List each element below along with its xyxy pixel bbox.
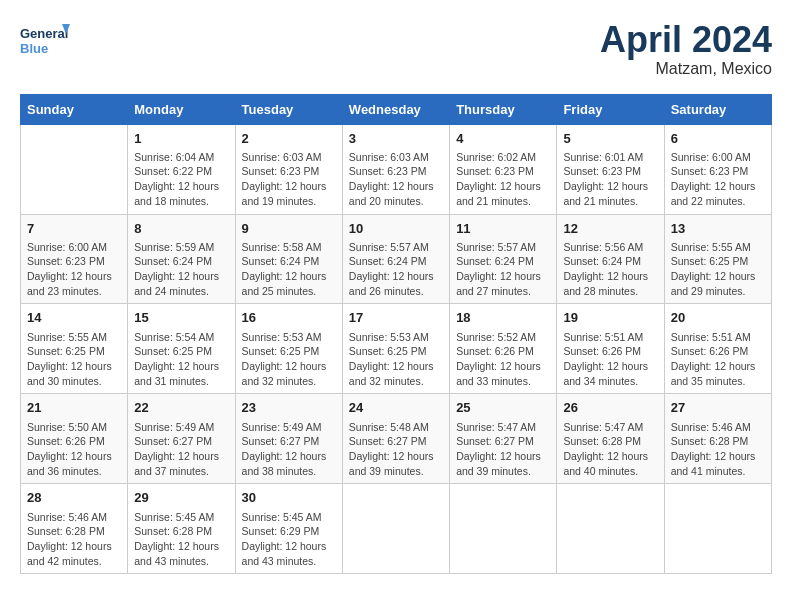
- cell-w1-d5: 5Sunrise: 6:01 AM Sunset: 6:23 PM Daylig…: [557, 124, 664, 214]
- day-info: Sunrise: 6:04 AM Sunset: 6:22 PM Dayligh…: [134, 150, 228, 209]
- cell-w1-d4: 4Sunrise: 6:02 AM Sunset: 6:23 PM Daylig…: [450, 124, 557, 214]
- day-number: 5: [563, 130, 657, 148]
- day-info: Sunrise: 5:47 AM Sunset: 6:27 PM Dayligh…: [456, 420, 550, 479]
- day-info: Sunrise: 6:02 AM Sunset: 6:23 PM Dayligh…: [456, 150, 550, 209]
- cell-w3-d5: 19Sunrise: 5:51 AM Sunset: 6:26 PM Dayli…: [557, 304, 664, 394]
- title-block: April 2024 Matzam, Mexico: [600, 20, 772, 78]
- day-number: 20: [671, 309, 765, 327]
- cell-w3-d3: 17Sunrise: 5:53 AM Sunset: 6:25 PM Dayli…: [342, 304, 449, 394]
- cell-w5-d1: 29Sunrise: 5:45 AM Sunset: 6:28 PM Dayli…: [128, 484, 235, 574]
- col-header-tuesday: Tuesday: [235, 94, 342, 124]
- day-number: 4: [456, 130, 550, 148]
- day-info: Sunrise: 5:51 AM Sunset: 6:26 PM Dayligh…: [563, 330, 657, 389]
- day-info: Sunrise: 5:45 AM Sunset: 6:29 PM Dayligh…: [242, 510, 336, 569]
- day-number: 11: [456, 220, 550, 238]
- day-info: Sunrise: 5:50 AM Sunset: 6:26 PM Dayligh…: [27, 420, 121, 479]
- cell-w5-d5: [557, 484, 664, 574]
- day-info: Sunrise: 5:53 AM Sunset: 6:25 PM Dayligh…: [349, 330, 443, 389]
- day-number: 22: [134, 399, 228, 417]
- col-header-friday: Friday: [557, 94, 664, 124]
- day-number: 27: [671, 399, 765, 417]
- day-number: 23: [242, 399, 336, 417]
- cell-w5-d0: 28Sunrise: 5:46 AM Sunset: 6:28 PM Dayli…: [21, 484, 128, 574]
- day-number: 18: [456, 309, 550, 327]
- page-header: General Blue April 2024 Matzam, Mexico: [20, 20, 772, 78]
- cell-w4-d1: 22Sunrise: 5:49 AM Sunset: 6:27 PM Dayli…: [128, 394, 235, 484]
- logo: General Blue: [20, 20, 70, 64]
- day-info: Sunrise: 6:00 AM Sunset: 6:23 PM Dayligh…: [671, 150, 765, 209]
- calendar-table: SundayMondayTuesdayWednesdayThursdayFrid…: [20, 94, 772, 575]
- cell-w4-d4: 25Sunrise: 5:47 AM Sunset: 6:27 PM Dayli…: [450, 394, 557, 484]
- logo-svg: General Blue: [20, 20, 70, 64]
- day-number: 3: [349, 130, 443, 148]
- day-number: 21: [27, 399, 121, 417]
- day-number: 6: [671, 130, 765, 148]
- cell-w1-d1: 1Sunrise: 6:04 AM Sunset: 6:22 PM Daylig…: [128, 124, 235, 214]
- month-title: April 2024: [600, 20, 772, 60]
- day-info: Sunrise: 5:53 AM Sunset: 6:25 PM Dayligh…: [242, 330, 336, 389]
- day-info: Sunrise: 5:59 AM Sunset: 6:24 PM Dayligh…: [134, 240, 228, 299]
- cell-w2-d1: 8Sunrise: 5:59 AM Sunset: 6:24 PM Daylig…: [128, 214, 235, 304]
- day-number: 28: [27, 489, 121, 507]
- day-number: 29: [134, 489, 228, 507]
- day-info: Sunrise: 6:00 AM Sunset: 6:23 PM Dayligh…: [27, 240, 121, 299]
- cell-w4-d3: 24Sunrise: 5:48 AM Sunset: 6:27 PM Dayli…: [342, 394, 449, 484]
- cell-w3-d6: 20Sunrise: 5:51 AM Sunset: 6:26 PM Dayli…: [664, 304, 771, 394]
- cell-w1-d2: 2Sunrise: 6:03 AM Sunset: 6:23 PM Daylig…: [235, 124, 342, 214]
- col-header-monday: Monday: [128, 94, 235, 124]
- cell-w3-d2: 16Sunrise: 5:53 AM Sunset: 6:25 PM Dayli…: [235, 304, 342, 394]
- day-info: Sunrise: 5:46 AM Sunset: 6:28 PM Dayligh…: [671, 420, 765, 479]
- day-info: Sunrise: 5:57 AM Sunset: 6:24 PM Dayligh…: [456, 240, 550, 299]
- day-info: Sunrise: 5:57 AM Sunset: 6:24 PM Dayligh…: [349, 240, 443, 299]
- cell-w1-d3: 3Sunrise: 6:03 AM Sunset: 6:23 PM Daylig…: [342, 124, 449, 214]
- day-number: 15: [134, 309, 228, 327]
- day-number: 24: [349, 399, 443, 417]
- cell-w3-d4: 18Sunrise: 5:52 AM Sunset: 6:26 PM Dayli…: [450, 304, 557, 394]
- day-info: Sunrise: 5:54 AM Sunset: 6:25 PM Dayligh…: [134, 330, 228, 389]
- day-info: Sunrise: 5:55 AM Sunset: 6:25 PM Dayligh…: [671, 240, 765, 299]
- cell-w2-d2: 9Sunrise: 5:58 AM Sunset: 6:24 PM Daylig…: [235, 214, 342, 304]
- cell-w4-d5: 26Sunrise: 5:47 AM Sunset: 6:28 PM Dayli…: [557, 394, 664, 484]
- cell-w2-d0: 7Sunrise: 6:00 AM Sunset: 6:23 PM Daylig…: [21, 214, 128, 304]
- cell-w2-d6: 13Sunrise: 5:55 AM Sunset: 6:25 PM Dayli…: [664, 214, 771, 304]
- day-number: 17: [349, 309, 443, 327]
- day-info: Sunrise: 5:45 AM Sunset: 6:28 PM Dayligh…: [134, 510, 228, 569]
- day-info: Sunrise: 5:56 AM Sunset: 6:24 PM Dayligh…: [563, 240, 657, 299]
- col-header-saturday: Saturday: [664, 94, 771, 124]
- day-info: Sunrise: 5:46 AM Sunset: 6:28 PM Dayligh…: [27, 510, 121, 569]
- day-info: Sunrise: 5:58 AM Sunset: 6:24 PM Dayligh…: [242, 240, 336, 299]
- day-info: Sunrise: 5:47 AM Sunset: 6:28 PM Dayligh…: [563, 420, 657, 479]
- cell-w4-d0: 21Sunrise: 5:50 AM Sunset: 6:26 PM Dayli…: [21, 394, 128, 484]
- day-info: Sunrise: 5:52 AM Sunset: 6:26 PM Dayligh…: [456, 330, 550, 389]
- day-number: 1: [134, 130, 228, 148]
- day-info: Sunrise: 5:49 AM Sunset: 6:27 PM Dayligh…: [242, 420, 336, 479]
- cell-w5-d3: [342, 484, 449, 574]
- col-header-wednesday: Wednesday: [342, 94, 449, 124]
- cell-w2-d3: 10Sunrise: 5:57 AM Sunset: 6:24 PM Dayli…: [342, 214, 449, 304]
- cell-w4-d2: 23Sunrise: 5:49 AM Sunset: 6:27 PM Dayli…: [235, 394, 342, 484]
- day-number: 19: [563, 309, 657, 327]
- cell-w4-d6: 27Sunrise: 5:46 AM Sunset: 6:28 PM Dayli…: [664, 394, 771, 484]
- day-number: 2: [242, 130, 336, 148]
- col-header-thursday: Thursday: [450, 94, 557, 124]
- location-subtitle: Matzam, Mexico: [600, 60, 772, 78]
- cell-w1-d0: [21, 124, 128, 214]
- cell-w2-d5: 12Sunrise: 5:56 AM Sunset: 6:24 PM Dayli…: [557, 214, 664, 304]
- day-number: 13: [671, 220, 765, 238]
- day-info: Sunrise: 6:03 AM Sunset: 6:23 PM Dayligh…: [242, 150, 336, 209]
- col-header-sunday: Sunday: [21, 94, 128, 124]
- day-number: 25: [456, 399, 550, 417]
- day-info: Sunrise: 5:49 AM Sunset: 6:27 PM Dayligh…: [134, 420, 228, 479]
- cell-w5-d4: [450, 484, 557, 574]
- day-number: 8: [134, 220, 228, 238]
- svg-text:Blue: Blue: [20, 41, 48, 56]
- cell-w5-d6: [664, 484, 771, 574]
- day-number: 30: [242, 489, 336, 507]
- day-info: Sunrise: 5:48 AM Sunset: 6:27 PM Dayligh…: [349, 420, 443, 479]
- day-number: 10: [349, 220, 443, 238]
- cell-w1-d6: 6Sunrise: 6:00 AM Sunset: 6:23 PM Daylig…: [664, 124, 771, 214]
- day-number: 26: [563, 399, 657, 417]
- day-info: Sunrise: 5:55 AM Sunset: 6:25 PM Dayligh…: [27, 330, 121, 389]
- cell-w3-d0: 14Sunrise: 5:55 AM Sunset: 6:25 PM Dayli…: [21, 304, 128, 394]
- day-info: Sunrise: 6:03 AM Sunset: 6:23 PM Dayligh…: [349, 150, 443, 209]
